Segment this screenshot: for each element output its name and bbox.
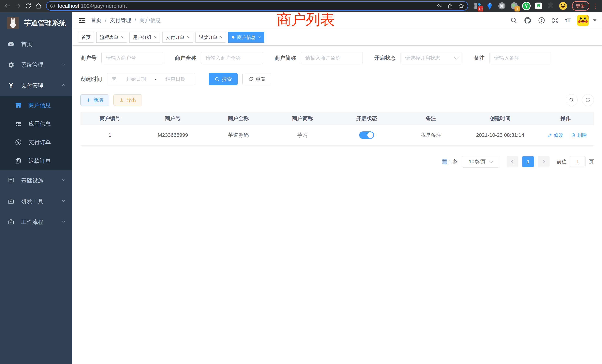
search-icon [569,97,574,103]
url-path: :1024/pay/merchant [79,3,127,9]
tab-home[interactable]: 首页 [78,32,94,43]
delete-link[interactable]: 删除 [571,132,587,139]
merchant-no-input[interactable] [101,52,163,64]
font-size-icon[interactable]: tT [565,17,571,23]
y-circle-icon: Y [522,1,531,11]
chat-icon [535,2,543,10]
refresh-icon [248,76,253,82]
extension-y-icon[interactable]: Y [522,1,531,11]
chevron-down-icon [61,198,66,204]
grid-icon [14,120,23,127]
sidebar-item-infrastructure[interactable]: 基础设施 [0,170,72,191]
home-button[interactable] [34,1,43,11]
user-avatar[interactable] [577,15,589,26]
tab-pay-order[interactable]: 支付订单 × [162,32,193,43]
create-time-range-picker[interactable]: 开始日期 - 结束日期 [107,73,195,85]
github-link[interactable] [524,17,532,24]
command-circle-icon: ⌘ [498,2,506,10]
sidebar-item-home[interactable]: 首页 [0,34,72,54]
share-icon[interactable] [447,3,453,9]
shop-icon [14,102,23,109]
tab-refund-order[interactable]: 退款订单 × [195,32,226,43]
export-button[interactable]: 导出 [113,94,142,106]
tab-process-form[interactable]: 流程表单 × [96,32,127,43]
address-bar[interactable]: localhost:1024/pay/merchant [46,1,468,11]
tab-user-group[interactable]: 用户分组 × [129,32,160,43]
avatar-caret-icon[interactable] [593,20,596,21]
sidebar-item-dev-tools[interactable]: 研发工具 [0,191,72,212]
col-header-actions: 操作 [537,115,594,122]
sidebar-item-payment[interactable]: ¥ 支付管理 [0,75,72,96]
extension-command-icon[interactable]: ⌘ [497,1,507,11]
col-header-status: 开启状态 [334,115,399,122]
logo-rabbit-avatar [7,17,19,29]
goto-label: 前往 [557,158,567,165]
sidebar-item-merchant-info[interactable]: 商户信息 [0,96,72,115]
toolbox-icon [7,198,15,205]
fullscreen-button[interactable] [552,17,559,24]
remark-label: 备注 [474,54,485,62]
sidebar-collapse-button[interactable] [78,17,86,24]
extension-chat-icon[interactable] [534,1,543,11]
sidebar-item-system[interactable]: 系统管理 [0,54,72,75]
reload-button[interactable] [23,1,33,11]
breadcrumb-payment[interactable]: 支付管理 [110,17,131,24]
trash-icon [571,133,576,138]
toggle-search-button[interactable] [566,94,578,106]
sidebar-item-refund-order[interactable]: 退款订单 [0,152,72,170]
tab-close-icon[interactable]: × [154,35,157,40]
page-size-select[interactable]: 10条/页 [462,156,499,168]
page-unit-label: 页 [589,158,594,165]
extension-gem-icon[interactable] [485,1,494,11]
extension-gray-circle-icon[interactable]: 1 [509,1,519,11]
full-name-input[interactable] [201,52,263,64]
col-header-full-name: 商户全称 [206,115,270,122]
goto-page-input[interactable] [570,156,585,167]
sidebar-item-pay-order[interactable]: 支付订单 [0,133,72,152]
prev-page-button[interactable] [506,156,518,167]
tab-merchant-info[interactable]: 商户信息 × [228,32,264,43]
status-select[interactable]: 请选择开启状态 [400,52,462,64]
breadcrumb-home[interactable]: 首页 [91,17,102,24]
short-name-input[interactable] [301,52,363,64]
forward-button[interactable] [13,1,23,11]
browser-menu-button[interactable]: ⋮ [592,3,598,9]
search-button[interactable]: 搜索 [209,73,238,85]
refresh-table-button[interactable] [582,94,594,106]
pagination-total-highlight: 共 [442,159,447,164]
table-row: 1 M233666999 芋道源码 芋艿 我是备注 2021-10-23 08:… [80,125,594,146]
tab-close-icon[interactable]: × [258,35,261,40]
sidebar-item-label: 支付订单 [29,139,51,146]
sidebar-logo[interactable]: 芋道管理系统 [0,12,72,34]
sidebar-item-workflow[interactable]: 工作流程 [0,212,72,232]
pagination-total: 共 1 条 [442,158,458,165]
help-button[interactable]: ? [538,17,545,24]
chrome-update-button[interactable]: 更新 [572,1,589,11]
table-header-row: 商户编号 商户号 商户全称 商户简称 开启状态 备注 创建时间 操作 [80,112,594,125]
add-button[interactable]: 新增 [80,94,109,106]
sidebar-item-label: 基础设施 [21,177,43,184]
tab-close-icon[interactable]: × [121,35,124,40]
tab-close-icon[interactable]: × [187,35,190,40]
browser-profile-avatar[interactable] [558,1,568,11]
password-key-icon[interactable] [437,3,442,9]
extension-puzzle-icon[interactable] [546,1,556,11]
extension-blocks-icon[interactable]: 10 [473,1,482,11]
puzzle-icon [547,2,555,10]
chevron-down-icon [61,219,66,225]
next-page-button[interactable] [538,156,549,167]
sidebar-item-app-info[interactable]: 应用信息 [0,115,72,133]
status-toggle-switch[interactable] [359,131,374,139]
bookmark-star-icon[interactable] [458,3,464,9]
extensions-tray: 10 ⌘ 1 Y [473,1,568,11]
page-number-1[interactable]: 1 [522,156,534,167]
tab-close-icon[interactable]: × [220,35,223,40]
info-icon[interactable] [50,3,55,9]
reset-button[interactable]: 重置 [242,73,271,85]
remark-input[interactable] [490,52,551,64]
header-search-button[interactable] [510,17,517,24]
edit-link[interactable]: 修改 [548,132,563,139]
tab-label: 支付订单 [166,34,184,40]
back-button[interactable] [3,1,12,11]
sidebar-item-label: 系统管理 [21,61,43,69]
